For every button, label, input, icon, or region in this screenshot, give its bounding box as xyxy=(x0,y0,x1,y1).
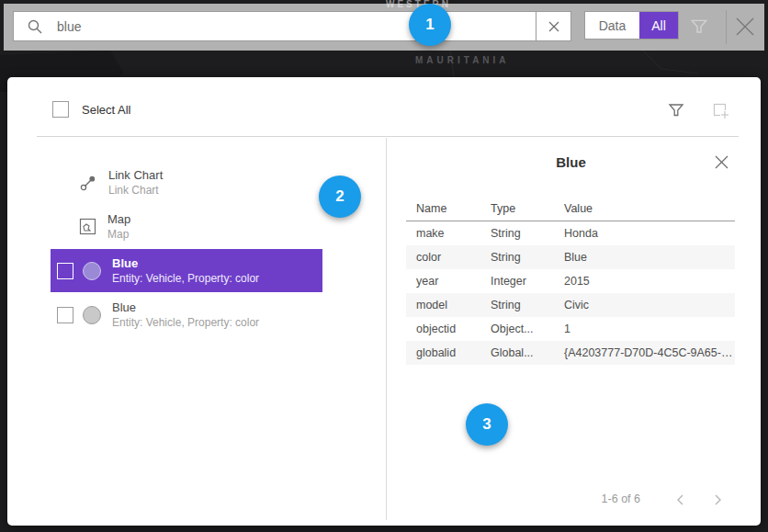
list-item-blue[interactable]: BlueEntity: Vehicle, Property: color xyxy=(51,293,322,336)
filter-icon xyxy=(667,101,685,119)
header-divider xyxy=(37,136,739,137)
column-header: Type xyxy=(480,202,554,215)
link-chart-icon xyxy=(79,174,97,192)
table-cell: globalid xyxy=(406,346,480,359)
close-icon xyxy=(733,15,757,39)
table-header-row: NameTypeValue xyxy=(406,197,735,221)
table-cell: 2015 xyxy=(554,275,735,288)
scope-toggle: Data All xyxy=(584,11,679,40)
table-cell: model xyxy=(406,299,480,311)
annotation-badge-2: 2 xyxy=(319,175,361,218)
chevron-right-icon xyxy=(711,492,724,507)
search-field[interactable] xyxy=(13,11,537,41)
item-title: Map xyxy=(107,212,130,227)
search-results-panel: Select All Link ChartLink Chart MapMapBl… xyxy=(7,77,761,526)
filter-icon xyxy=(689,17,709,37)
map-label-mauritania: MAURITANIA xyxy=(415,55,510,65)
screen: MAURITANIA WESTERN Data All xyxy=(0,0,768,532)
list-item-link-chart[interactable]: Link ChartLink Chart xyxy=(51,161,322,204)
item-title: Blue xyxy=(112,256,259,271)
table-cell: Object... xyxy=(480,323,554,335)
toolbar-filter-button[interactable] xyxy=(689,17,709,40)
table-row: globalidGlobal...{A4203777-D70D-4C5C-9A6… xyxy=(406,341,735,365)
item-subtitle: Entity: Vehicle, Property: color xyxy=(112,271,259,286)
item-text: Link ChartLink Chart xyxy=(108,168,163,198)
select-all-row: Select All xyxy=(52,101,130,118)
add-to-map-icon xyxy=(711,101,730,120)
close-icon xyxy=(714,154,729,170)
table-cell: Civic xyxy=(554,299,735,311)
search-toolbar: Data All xyxy=(4,4,764,51)
item-text: MapMap xyxy=(107,212,130,242)
table-cell: Global... xyxy=(480,346,554,359)
details-title: Blue xyxy=(407,154,735,170)
column-header: Value xyxy=(554,202,735,215)
pagination-label: 1-6 of 6 xyxy=(407,492,640,505)
panes-divider xyxy=(386,138,387,520)
table-row: colorStringBlue xyxy=(406,245,735,269)
pagination-next-button[interactable] xyxy=(711,492,724,511)
annotation-badge-1: 1 xyxy=(409,4,451,46)
table-cell: Blue xyxy=(554,251,735,264)
list-item-map[interactable]: MapMap xyxy=(51,205,322,248)
map-icon xyxy=(79,218,96,235)
table-cell: year xyxy=(406,275,480,288)
details-close-button[interactable] xyxy=(714,154,729,174)
item-checkbox[interactable] xyxy=(57,263,73,279)
table-cell: color xyxy=(406,251,480,264)
item-text: BlueEntity: Vehicle, Property: color xyxy=(112,300,259,330)
pagination-prev-button[interactable] xyxy=(674,492,687,511)
item-checkbox[interactable] xyxy=(57,307,73,323)
details-table: NameTypeValuemakeStringHondacolorStringB… xyxy=(406,197,735,365)
item-text: BlueEntity: Vehicle, Property: color xyxy=(112,256,259,286)
item-title: Link Chart xyxy=(108,168,163,183)
table-cell: make xyxy=(406,227,480,240)
add-selection-button[interactable] xyxy=(711,101,730,124)
item-subtitle: Map xyxy=(107,227,130,242)
table-cell: String xyxy=(480,299,554,311)
search-icon xyxy=(27,18,43,35)
table-cell: 1 xyxy=(554,323,735,335)
table-cell: {A4203777-D70D-4C5C-9A65-C... xyxy=(554,346,735,359)
clear-search-button[interactable] xyxy=(536,11,571,41)
panel-filter-button[interactable] xyxy=(667,101,685,123)
scope-all-button[interactable]: All xyxy=(639,12,678,39)
clear-x-icon xyxy=(548,21,559,32)
table-row: makeStringHonda xyxy=(406,221,735,245)
item-subtitle: Entity: Vehicle, Property: color xyxy=(112,315,259,330)
select-all-label: Select All xyxy=(82,103,130,117)
entity-dot-icon xyxy=(83,306,101,324)
table-row: modelStringCivic xyxy=(406,293,735,317)
results-list: Link ChartLink Chart MapMapBlueEntity: V… xyxy=(51,161,322,337)
annotation-badge-3: 3 xyxy=(466,403,508,446)
table-cell: String xyxy=(480,251,554,264)
item-subtitle: Link Chart xyxy=(108,183,163,198)
entity-dot-icon xyxy=(83,262,101,280)
column-header: Name xyxy=(406,202,480,215)
table-cell: Integer xyxy=(480,275,554,288)
list-item-blue[interactable]: BlueEntity: Vehicle, Property: color xyxy=(51,249,322,292)
toolbar-close-button[interactable] xyxy=(733,15,757,42)
scope-data-button[interactable]: Data xyxy=(585,12,639,39)
select-all-checkbox[interactable] xyxy=(52,101,69,118)
item-title: Blue xyxy=(112,300,259,315)
table-row: yearInteger2015 xyxy=(406,269,735,293)
table-cell: objectid xyxy=(406,323,480,335)
chevron-left-icon xyxy=(674,492,687,507)
table-cell: Honda xyxy=(554,227,735,240)
toolbar-divider xyxy=(726,10,727,44)
table-cell: String xyxy=(480,227,554,240)
table-row: objectidObject...1 xyxy=(406,317,735,341)
